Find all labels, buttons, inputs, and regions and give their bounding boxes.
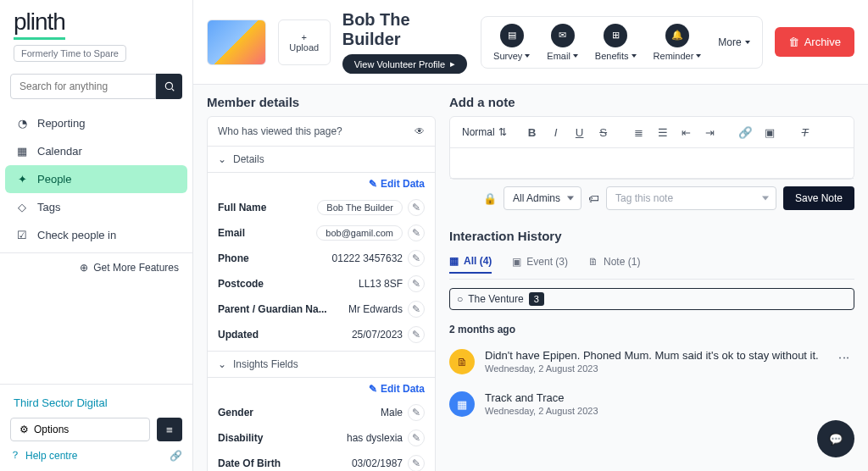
- eye-icon: 👁: [415, 125, 425, 137]
- edit-field-button[interactable]: ✎: [408, 250, 425, 267]
- action-benefits[interactable]: ⊞ Benefits: [595, 24, 637, 61]
- field-value: 03/02/1987✎: [352, 455, 425, 471]
- clear-format-icon: T: [802, 126, 809, 139]
- indent-button[interactable]: ⇥: [700, 122, 721, 142]
- value-text: Mr Edwards: [348, 303, 403, 315]
- brand-logo: plinth: [14, 8, 65, 40]
- insights-section-toggle[interactable]: ⌄ Insights Fields: [208, 351, 435, 378]
- chat-widget[interactable]: 💬: [817, 420, 854, 457]
- edit-data-link[interactable]: ✎ Edit Data: [208, 173, 435, 195]
- nav-item-tags[interactable]: ◇Tags: [5, 193, 187, 221]
- edit-field-button[interactable]: ✎: [408, 301, 425, 318]
- tab-all[interactable]: ▦All (4): [449, 255, 492, 274]
- field-value: 01222 3457632✎: [332, 250, 425, 267]
- note-textarea[interactable]: [450, 148, 854, 179]
- action-reminder[interactable]: 🔔 Reminder: [654, 24, 702, 61]
- link-icon[interactable]: 🔗: [170, 450, 182, 462]
- ordered-list-button[interactable]: ≣: [629, 122, 649, 142]
- view-profile-button[interactable]: View Volunteer Profile ▸: [342, 54, 467, 74]
- calendar-icon: ▦: [15, 145, 29, 158]
- svg-point-0: [165, 82, 172, 89]
- field-row: Parent / Guardian Na...Mr Edwards✎: [208, 296, 435, 322]
- value-text: 03/02/1987: [352, 457, 403, 469]
- more-dropdown[interactable]: More: [718, 36, 749, 48]
- chevron-down-icon: [745, 41, 750, 44]
- history-item: ▦ Track and Trace Wednesday, 2 August 20…: [449, 383, 854, 425]
- org-name[interactable]: Third Sector Digital: [10, 393, 182, 413]
- edit-data-link[interactable]: ✎ Edit Data: [208, 378, 435, 400]
- details-section-toggle[interactable]: ⌄ Details: [208, 147, 435, 173]
- collapse-sidebar-button[interactable]: ≡: [157, 418, 182, 441]
- edit-field-button[interactable]: ✎: [408, 275, 425, 292]
- edit-field-button[interactable]: ✎: [408, 429, 425, 446]
- member-name: Bob The Builder: [342, 10, 469, 49]
- nav-item-reporting[interactable]: ◔Reporting: [5, 109, 187, 137]
- action-email[interactable]: ✉ Email: [547, 24, 578, 61]
- grid-icon: ▦: [449, 255, 459, 267]
- italic-button[interactable]: I: [546, 122, 566, 142]
- search-input[interactable]: [10, 74, 156, 99]
- edit-field-button[interactable]: ✎: [408, 224, 425, 241]
- circle-icon: ○: [457, 293, 463, 305]
- chevron-right-icon: ▸: [450, 58, 455, 69]
- viewed-header[interactable]: Who has viewed this page? 👁: [208, 117, 435, 147]
- history-title: Interaction History: [449, 229, 854, 243]
- audience-select[interactable]: All Admins: [504, 186, 581, 210]
- survey-icon: ▤: [500, 24, 524, 47]
- archive-button[interactable]: 🗑 Archive: [775, 27, 854, 57]
- value-text: 25/07/2023: [352, 329, 403, 341]
- tab-note[interactable]: 🗎Note (1): [588, 255, 640, 274]
- format-select[interactable]: Normal⇅: [459, 125, 510, 140]
- edit-field-button[interactable]: ✎: [408, 455, 425, 471]
- value-text: bob@gamil.com: [316, 225, 403, 241]
- history-item-menu[interactable]: ⋮: [835, 349, 854, 367]
- nav-item-people[interactable]: ✦People: [5, 165, 187, 193]
- edit-field-button[interactable]: ✎: [408, 326, 425, 343]
- save-note-button[interactable]: Save Note: [783, 186, 854, 210]
- underline-button[interactable]: U: [570, 122, 590, 142]
- nav-item-calendar[interactable]: ▦Calendar: [5, 137, 187, 165]
- more-features-link[interactable]: ⊕ Get More Features: [0, 252, 192, 282]
- strike-button[interactable]: S: [593, 122, 614, 142]
- tab-event[interactable]: ▣Event (3): [512, 255, 568, 274]
- pencil-icon: ✎: [369, 383, 377, 395]
- field-label: Date Of Birth: [218, 457, 281, 469]
- nav-item-checkin[interactable]: ☑Check people in: [5, 221, 187, 249]
- brand-block: plinth Formerly Time to Spare: [0, 0, 192, 67]
- action-survey[interactable]: ▤ Survey: [493, 24, 530, 61]
- edit-field-button[interactable]: ✎: [408, 404, 425, 421]
- search-button[interactable]: [156, 74, 182, 99]
- email-icon: ✉: [551, 24, 575, 47]
- field-value: 25/07/2023✎: [352, 326, 425, 343]
- link-button[interactable]: 🔗: [736, 122, 756, 142]
- filter-chip-venture[interactable]: ○ The Venture 3: [449, 288, 854, 310]
- trash-icon: 🗑: [788, 36, 799, 48]
- tag-note-input[interactable]: Tag this note: [606, 186, 776, 210]
- add-note-title: Add a note: [449, 95, 854, 109]
- brand-subtitle: Formerly Time to Spare: [14, 45, 126, 62]
- bold-icon: B: [528, 126, 537, 139]
- upload-button[interactable]: + Upload: [278, 19, 331, 65]
- unordered-list-button[interactable]: ☰: [653, 122, 673, 142]
- note-editor-box: Normal⇅ B I U S ≣ ☰ ⇤ ⇥ 🔗 ▣: [449, 116, 854, 180]
- edit-field-button[interactable]: ✎: [408, 199, 425, 216]
- clear-format-button[interactable]: T: [795, 122, 815, 142]
- help-centre-link[interactable]: ？Help centre: [10, 448, 77, 463]
- image-button[interactable]: ▣: [760, 122, 780, 142]
- field-row: PostcodeLL13 8SF✎: [208, 271, 435, 296]
- bold-button[interactable]: B: [522, 122, 542, 142]
- outdent-icon: ⇤: [682, 126, 691, 139]
- member-header: + Upload Bob The Builder View Volunteer …: [193, 0, 868, 85]
- history-item-date: Wednesday, 2 August 2023: [485, 363, 825, 374]
- field-row: Updated25/07/2023✎: [208, 322, 435, 347]
- history-item-date: Wednesday, 2 August 2023: [485, 406, 854, 416]
- event-item-icon: ▦: [449, 391, 475, 417]
- reporting-icon: ◔: [15, 117, 29, 130]
- member-avatar[interactable]: [207, 19, 266, 65]
- field-row: GenderMale✎: [208, 400, 435, 425]
- options-button[interactable]: ⚙Options: [10, 418, 150, 441]
- history-item-text: Track and Trace: [485, 391, 854, 404]
- outdent-button[interactable]: ⇤: [676, 122, 697, 142]
- benefits-icon: ⊞: [604, 24, 627, 47]
- people-icon: ✦: [15, 173, 29, 186]
